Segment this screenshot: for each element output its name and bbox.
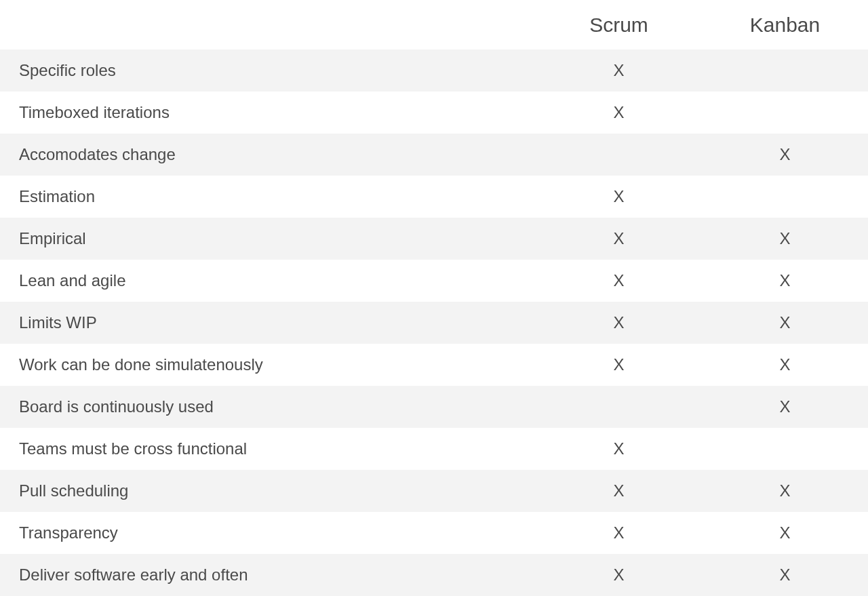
kanban-cell: X: [702, 218, 868, 260]
kanban-cell: X: [702, 302, 868, 344]
check-mark: X: [613, 61, 624, 79]
table-row: Pull schedulingXX: [0, 470, 868, 512]
kanban-cell: [702, 428, 868, 470]
check-mark: X: [779, 313, 790, 332]
check-mark: X: [613, 565, 624, 584]
check-mark: X: [779, 481, 790, 500]
table-row: Board is continuously usedX: [0, 386, 868, 428]
feature-label: Empirical: [0, 218, 536, 260]
check-mark: X: [613, 103, 624, 121]
kanban-cell: X: [702, 554, 868, 596]
comparison-table: Scrum Kanban Specific rolesXTimeboxed it…: [0, 0, 868, 596]
scrum-cell: X: [536, 302, 702, 344]
scrum-cell: X: [536, 49, 702, 92]
header-feature: [0, 0, 536, 49]
feature-label: Lean and agile: [0, 260, 536, 302]
scrum-cell: X: [536, 218, 702, 260]
check-mark: X: [779, 145, 790, 163]
scrum-cell: X: [536, 176, 702, 218]
feature-label: Specific roles: [0, 49, 536, 92]
kanban-cell: X: [702, 386, 868, 428]
header-kanban: Kanban: [702, 0, 868, 49]
check-mark: X: [779, 271, 790, 290]
scrum-cell: X: [536, 344, 702, 386]
kanban-cell: X: [702, 344, 868, 386]
check-mark: X: [613, 439, 624, 458]
scrum-cell: [536, 134, 702, 176]
check-mark: X: [779, 565, 790, 584]
scrum-cell: [536, 386, 702, 428]
table-row: Lean and agileXX: [0, 260, 868, 302]
table-row: Timeboxed iterationsX: [0, 92, 868, 134]
header-scrum: Scrum: [536, 0, 702, 49]
table-row: Deliver software early and oftenXX: [0, 554, 868, 596]
check-mark: X: [613, 355, 624, 374]
feature-label: Work can be done simulatenously: [0, 344, 536, 386]
feature-label: Deliver software early and often: [0, 554, 536, 596]
feature-label: Timeboxed iterations: [0, 92, 536, 134]
feature-label: Transparency: [0, 512, 536, 554]
table-row: Teams must be cross functionalX: [0, 428, 868, 470]
kanban-cell: [702, 92, 868, 134]
table-row: EmpiricalXX: [0, 218, 868, 260]
table-row: Limits WIPXX: [0, 302, 868, 344]
scrum-cell: X: [536, 512, 702, 554]
scrum-cell: X: [536, 428, 702, 470]
feature-label: Teams must be cross functional: [0, 428, 536, 470]
check-mark: X: [779, 229, 790, 247]
scrum-cell: X: [536, 470, 702, 512]
table-row: EstimationX: [0, 176, 868, 218]
kanban-cell: X: [702, 512, 868, 554]
kanban-cell: [702, 49, 868, 92]
check-mark: X: [613, 187, 624, 205]
scrum-cell: X: [536, 92, 702, 134]
table-row: Specific rolesX: [0, 49, 868, 92]
table-header-row: Scrum Kanban: [0, 0, 868, 49]
table-row: TransparencyXX: [0, 512, 868, 554]
check-mark: X: [779, 355, 790, 374]
kanban-cell: X: [702, 470, 868, 512]
check-mark: X: [613, 313, 624, 332]
kanban-cell: X: [702, 260, 868, 302]
check-mark: X: [779, 397, 790, 416]
kanban-cell: X: [702, 134, 868, 176]
feature-label: Limits WIP: [0, 302, 536, 344]
check-mark: X: [779, 523, 790, 542]
feature-label: Pull scheduling: [0, 470, 536, 512]
table-row: Work can be done simulatenouslyXX: [0, 344, 868, 386]
scrum-cell: X: [536, 554, 702, 596]
feature-label: Board is continuously used: [0, 386, 536, 428]
table-row: Accomodates changeX: [0, 134, 868, 176]
check-mark: X: [613, 523, 624, 542]
check-mark: X: [613, 481, 624, 500]
feature-label: Accomodates change: [0, 134, 536, 176]
kanban-cell: [702, 176, 868, 218]
check-mark: X: [613, 271, 624, 290]
feature-label: Estimation: [0, 176, 536, 218]
check-mark: X: [613, 229, 624, 247]
scrum-cell: X: [536, 260, 702, 302]
